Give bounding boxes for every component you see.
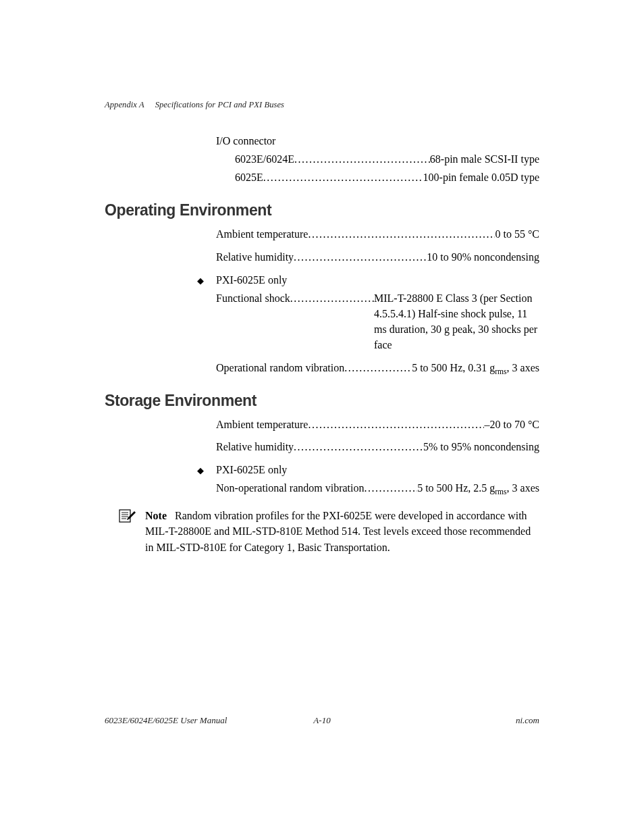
pxi-only-label: PXI-6025E only <box>216 274 287 286</box>
svg-rect-0 <box>119 510 130 522</box>
spec-value: 5 to 500 Hz, 0.31 grms, 3 axes <box>412 360 539 375</box>
diamond-bullet-icon: ◆ <box>197 465 216 476</box>
spec-value: 68-pin male SCSI-II type <box>430 151 539 167</box>
spec-label: Relative humidity <box>216 249 294 265</box>
spec-label: 6023E/6024E <box>235 151 294 167</box>
spec-label: Relative humidity <box>216 439 294 454</box>
storage-pxi-block: Non-operational random vibration .......… <box>216 480 539 496</box>
leader-dots: ........................................… <box>294 439 423 454</box>
leader-dots: ........................................… <box>344 360 412 375</box>
spec-label: Ambient temperature <box>216 226 308 242</box>
pxi-only-label: PXI-6025E only <box>216 464 287 476</box>
spec-value: 5% to 95% noncondensing <box>423 439 539 454</box>
spec-row: Functional shock .......................… <box>216 290 539 353</box>
note-icon <box>118 508 145 555</box>
spec-value: 0 to 55 °C <box>495 226 539 242</box>
storage-block: Ambient temperature ....................… <box>216 417 539 454</box>
io-connector-heading: I/O connector <box>216 135 539 147</box>
spec-value: 5 to 500 Hz, 2.5 grms, 3 axes <box>417 480 539 496</box>
leader-dots: ........................................… <box>263 170 423 185</box>
leader-dots: ........................................… <box>308 417 484 432</box>
leader-dots: ........................................… <box>290 290 374 306</box>
spec-row: Non-operational random vibration .......… <box>216 480 539 496</box>
leader-dots: ........................................… <box>294 249 427 265</box>
spec-value: 10 to 90% noncondensing <box>427 249 539 265</box>
page: Appendix A Specifications for PCI and PX… <box>0 0 644 834</box>
spec-row: Ambient temperature ....................… <box>216 226 539 242</box>
spec-label: Operational random vibration <box>216 360 344 375</box>
page-footer: 6023E/6024E/6025E User Manual A-10 ni.co… <box>105 715 539 726</box>
operating-block: Ambient temperature ....................… <box>216 226 539 264</box>
spec-row: Relative humidity ......................… <box>216 439 539 454</box>
note-text: Note Random vibration profiles for the P… <box>145 508 539 555</box>
appendix-label: Appendix A <box>105 100 144 109</box>
bullet-pxi-operating: ◆ PXI-6025E only <box>197 274 539 286</box>
header-title: Specifications for PCI and PXI Buses <box>155 100 284 109</box>
running-header: Appendix A Specifications for PCI and PX… <box>105 100 284 110</box>
leader-dots: ........................................… <box>365 480 418 496</box>
spec-row: 6025E ..................................… <box>235 170 539 185</box>
storage-environment-heading: Storage Environment <box>105 392 539 410</box>
spec-row: Ambient temperature ....................… <box>216 417 539 432</box>
spec-row: Operational random vibration ...........… <box>216 360 539 375</box>
operating-environment-heading: Operating Environment <box>105 201 539 219</box>
footer-center: A-10 <box>105 715 539 726</box>
spec-label: Non-operational random vibration <box>216 480 365 496</box>
note-body: Random vibration profiles for the PXI-60… <box>145 510 531 552</box>
spec-value: 100-pin female 0.05D type <box>423 170 539 185</box>
spec-row: Relative humidity ......................… <box>216 249 539 265</box>
spec-label: Functional shock <box>216 290 290 306</box>
leader-dots: ........................................… <box>294 151 430 167</box>
diamond-bullet-icon: ◆ <box>197 276 216 286</box>
content: I/O connector 6023E/6024E ..............… <box>105 135 539 555</box>
spec-label: 6025E <box>235 170 263 185</box>
io-connector-block: I/O connector 6023E/6024E ..............… <box>216 135 539 185</box>
note-block: Note Random vibration profiles for the P… <box>145 508 539 555</box>
spec-value: –20 to 70 °C <box>484 417 539 432</box>
leader-dots: ........................................… <box>308 226 495 242</box>
spec-value: MIL-T-28800 E Class 3 (per Section 4.5.5… <box>374 290 539 353</box>
operating-pxi-block: Functional shock .......................… <box>216 290 539 375</box>
spec-row: 6023E/6024E ............................… <box>235 151 539 167</box>
bullet-pxi-storage: ◆ PXI-6025E only <box>197 464 539 476</box>
note-label: Note <box>145 510 167 521</box>
spec-label: Ambient temperature <box>216 417 308 432</box>
